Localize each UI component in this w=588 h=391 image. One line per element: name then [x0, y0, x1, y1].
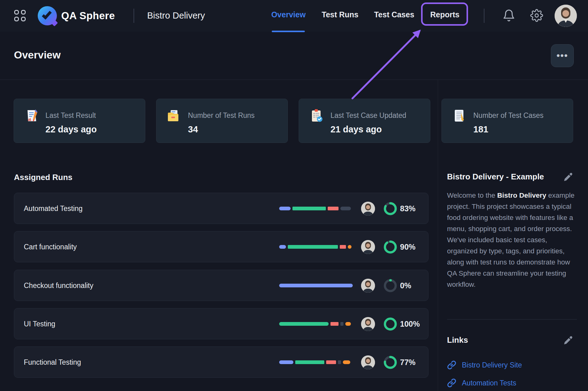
run-donut-chart [383, 317, 397, 331]
run-progress-bar [279, 322, 353, 326]
content-divider [438, 80, 438, 391]
run-percent: 0% [400, 281, 411, 290]
run-progress-bar [279, 284, 353, 287]
run-row-ui-testing[interactable]: UI Testing 100% [14, 308, 428, 339]
stat-value: 181 [473, 124, 488, 135]
assigned-runs-title: Assigned Runs [14, 173, 72, 182]
stat-label: Number of Test Runs [188, 111, 255, 120]
run-row-cart-functionality[interactable]: Cart functionality 90% [14, 231, 428, 262]
folder-icon [167, 108, 181, 122]
tab-test-cases[interactable]: Test Cases [374, 10, 414, 19]
tab-reports[interactable]: Reports [430, 10, 459, 19]
stat-card-last-test-result: Last Test Result 22 days ago [14, 99, 145, 143]
run-donut-chart [383, 240, 397, 254]
assignee-avatar[interactable] [361, 202, 375, 216]
qa-sphere-logo-icon [38, 6, 57, 25]
link-label: Automation Tests [462, 379, 516, 387]
run-title: UI Testing [24, 320, 55, 328]
run-row-functional-testing[interactable]: Functional Testing 77% [14, 346, 428, 378]
header-divider [0, 79, 588, 80]
link-label: Bistro Delivery Site [462, 361, 522, 369]
brand-name: QA Sphere [61, 10, 115, 22]
assignee-avatar[interactable] [361, 355, 375, 369]
stat-value: 21 days ago [330, 124, 382, 135]
run-title: Cart functionality [24, 243, 77, 251]
more-options-button[interactable]: ••• [551, 44, 574, 67]
run-donut-chart [383, 355, 397, 369]
stat-label: Last Test Case Updated [330, 111, 406, 120]
run-progress-bar [279, 360, 353, 364]
assignee-avatar[interactable] [361, 279, 375, 293]
stat-value: 22 days ago [45, 124, 97, 135]
nav-divider [134, 9, 134, 23]
page-title: Overview [14, 49, 61, 61]
tab-overview[interactable]: Overview [271, 10, 305, 19]
run-percent: 90% [400, 242, 415, 251]
run-title: Checkout functionality [24, 281, 93, 290]
run-percent: 83% [400, 204, 415, 213]
stat-card-number-of-test-cases: Number of Test Cases 181 [441, 99, 573, 143]
run-progress-bar [279, 207, 353, 210]
stat-label: Number of Test Cases [473, 111, 543, 120]
link-automation-tests[interactable]: Automation Tests [447, 378, 516, 388]
run-title: Automated Testing [24, 204, 83, 213]
tab-test-runs[interactable]: Test Runs [322, 10, 359, 19]
edit-links-pencil-icon[interactable] [563, 335, 573, 345]
run-row-automated-testing[interactable]: Automated Testing 83% [14, 193, 428, 224]
sidebar-divider [447, 319, 577, 320]
document-pencil-icon [452, 108, 467, 122]
assignee-avatar[interactable] [361, 240, 375, 254]
link-chain-icon [447, 360, 456, 370]
run-donut-chart [383, 202, 397, 216]
gear-icon[interactable] [530, 9, 543, 22]
memo-icon [24, 108, 39, 122]
active-tab-underline [272, 31, 305, 32]
apps-grid-icon[interactable] [14, 10, 26, 22]
user-avatar[interactable] [555, 5, 577, 27]
edit-description-pencil-icon[interactable] [563, 172, 573, 182]
link-chain-icon [447, 378, 456, 388]
top-navbar: QA Sphere Bistro Delivery Overview Test … [0, 0, 588, 32]
run-donut-chart [383, 279, 397, 293]
links-title: Links [447, 335, 468, 345]
link-bistro-delivery-site[interactable]: Bistro Delivery Site [447, 360, 522, 370]
assignee-avatar[interactable] [361, 317, 375, 331]
bell-icon[interactable] [502, 9, 515, 22]
stat-card-number-of-test-runs: Number of Test Runs 34 [156, 99, 288, 143]
run-title: Functional Testing [24, 358, 81, 366]
stat-value: 34 [188, 124, 198, 135]
project-description: Welcome to the Bistro Delivery example p… [447, 190, 578, 290]
project-description-title: Bistro Delivery - Example [447, 172, 544, 182]
project-name: Bistro Delivery [147, 11, 205, 21]
nav-divider [484, 9, 484, 23]
stat-card-last-test-case-updated: Last Test Case Updated 21 days ago [299, 99, 430, 143]
clipboard-check-icon [309, 108, 324, 122]
run-percent: 100% [400, 319, 420, 328]
run-progress-bar [279, 245, 353, 249]
run-row-checkout-functionality[interactable]: Checkout functionality 0% [14, 270, 428, 301]
run-percent: 77% [400, 358, 415, 367]
qa-sphere-app: QA Sphere Bistro Delivery Overview Test … [0, 0, 588, 391]
stat-label: Last Test Result [45, 111, 96, 120]
